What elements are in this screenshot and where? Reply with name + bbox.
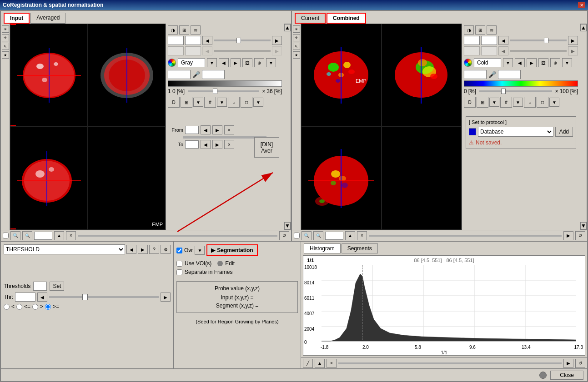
right-tool-3[interactable]: # bbox=[500, 97, 512, 108]
colormap-icon2[interactable]: 🖼 bbox=[242, 58, 252, 67]
right-tool-5[interactable]: □ bbox=[537, 97, 548, 108]
database-select[interactable]: Database bbox=[478, 127, 553, 137]
radio-le[interactable] bbox=[16, 304, 22, 310]
right-grid-icon[interactable]: ⊞ bbox=[475, 25, 485, 35]
left-num1-input[interactable]: 18 bbox=[168, 36, 184, 45]
right-checkbox[interactable] bbox=[294, 233, 300, 238]
brain-top-right[interactable] bbox=[88, 24, 166, 127]
contrast-icon[interactable]: ◑ bbox=[168, 25, 178, 35]
tab-current[interactable]: Current bbox=[295, 13, 326, 24]
from-input[interactable]: 1 bbox=[185, 126, 199, 134]
threshold-help[interactable]: ? bbox=[149, 245, 159, 254]
tool-2[interactable]: ⊞ bbox=[181, 97, 192, 108]
separate-frames-checkbox[interactable] bbox=[176, 269, 182, 275]
tool-5[interactable]: □ bbox=[241, 97, 252, 108]
crosshair-icon[interactable]: ✛ bbox=[2, 34, 9, 41]
tool-dropdown2[interactable]: ▼ bbox=[217, 98, 227, 107]
brain-top-left[interactable] bbox=[10, 24, 88, 127]
segmentation-button[interactable]: ▶ Segmentation bbox=[206, 244, 257, 256]
set-button[interactable]: Set bbox=[50, 282, 64, 291]
threshold-select[interactable]: THRESHOLD bbox=[4, 244, 125, 254]
right-colormap-dropdown[interactable]: ▼ bbox=[503, 58, 513, 67]
left-num2-input[interactable]: 1 bbox=[185, 36, 201, 45]
hist-tool1[interactable]: ╱ bbox=[303, 359, 313, 368]
left-zoom-in[interactable]: 🔍 bbox=[10, 231, 20, 240]
right-tool-dropdown3[interactable]: ▼ bbox=[549, 98, 559, 107]
threshold-next[interactable]: ▶ bbox=[138, 245, 148, 254]
right-left-arrow[interactable]: ◀ bbox=[498, 36, 508, 45]
thr-prev[interactable]: ◀ bbox=[37, 293, 47, 302]
from-prev[interactable]: ◀ bbox=[201, 125, 211, 134]
right-brightness-icon[interactable]: ☀ bbox=[293, 25, 300, 33]
colormap-icon3[interactable]: ⊕ bbox=[254, 58, 264, 67]
right-zoom-in[interactable]: 🔍 bbox=[302, 231, 312, 240]
right-max-input[interactable]: 1.0 bbox=[498, 70, 521, 79]
brightness-icon[interactable]: ☀ bbox=[2, 25, 9, 33]
right-zoom-input[interactable]: 1.0 bbox=[325, 232, 343, 240]
right-up[interactable]: ▲ bbox=[345, 231, 355, 240]
right-right-nav[interactable]: ▶ bbox=[563, 231, 573, 240]
left-zoom-out[interactable]: 🔍 bbox=[22, 231, 32, 240]
right-wave-icon[interactable]: ≋ bbox=[487, 25, 497, 35]
tool-dropdown3[interactable]: ▼ bbox=[253, 98, 263, 107]
colormap-dropdown[interactable]: ▼ bbox=[207, 58, 217, 67]
colormap-more[interactable]: ▼ bbox=[266, 58, 276, 67]
right-colormap-icon2[interactable]: 🖼 bbox=[538, 58, 548, 67]
hist-tool2[interactable]: ▲ bbox=[315, 359, 325, 368]
threshold-settings[interactable]: ⚙ bbox=[161, 245, 171, 254]
thr-next[interactable]: ▶ bbox=[161, 293, 171, 302]
radio-ge[interactable] bbox=[45, 304, 51, 310]
tab-segments[interactable]: Segments bbox=[342, 243, 378, 253]
right-num1-input[interactable]: 18 bbox=[464, 36, 480, 45]
brain-bot-left[interactable] bbox=[10, 127, 88, 230]
radio-lt[interactable] bbox=[4, 304, 10, 310]
tool-1[interactable]: D bbox=[168, 97, 180, 108]
right-tool-2[interactable]: ⊞ bbox=[477, 97, 488, 108]
tool-3[interactable]: # bbox=[204, 97, 216, 108]
left-refresh[interactable]: ↺ bbox=[279, 231, 289, 240]
right-tool-4[interactable]: ○ bbox=[524, 97, 536, 108]
tool-4[interactable]: ○ bbox=[228, 97, 240, 108]
right-scrollbar[interactable]: ▲ ▼ bbox=[580, 24, 587, 230]
close-window-button[interactable]: ✕ bbox=[578, 2, 585, 8]
tool-dropdown1[interactable]: ▼ bbox=[193, 98, 203, 107]
aver-button[interactable]: [DIN] Aver bbox=[254, 137, 279, 158]
right-colormap-more[interactable]: ▼ bbox=[562, 58, 572, 67]
tab-combined[interactable]: Combined bbox=[327, 13, 366, 24]
right-scroll-up[interactable]: ▲ bbox=[580, 24, 587, 31]
use-vois-checkbox[interactable] bbox=[176, 261, 182, 267]
right-star-icon[interactable]: ★ bbox=[293, 51, 300, 59]
tab-input[interactable]: Input bbox=[4, 13, 30, 24]
right-zoom-out[interactable]: 🔍 bbox=[313, 231, 323, 240]
hist-close-x[interactable]: × bbox=[327, 359, 337, 368]
right-contrast-icon[interactable]: ◑ bbox=[464, 25, 474, 35]
right-min-input[interactable]: 0.0 bbox=[464, 70, 487, 79]
colormap-prev[interactable]: ◀ bbox=[219, 58, 229, 67]
right-tool-dropdown1[interactable]: ▼ bbox=[489, 98, 499, 107]
colormap-next[interactable]: ▶ bbox=[231, 58, 241, 67]
grid-icon[interactable]: ⊞ bbox=[179, 25, 189, 35]
hist-right[interactable]: ▶ bbox=[563, 359, 573, 368]
radio-gt[interactable] bbox=[32, 304, 38, 310]
left-min-input[interactable]: 0.0 bbox=[168, 70, 191, 79]
scroll-up[interactable]: ▲ bbox=[284, 24, 291, 31]
scroll-down[interactable]: ▼ bbox=[284, 222, 291, 229]
left-close-x[interactable]: × bbox=[66, 231, 76, 240]
hist-refresh[interactable]: ↺ bbox=[575, 359, 585, 368]
left-zoom-input[interactable]: 1.0 bbox=[34, 232, 52, 240]
left-checkbox[interactable] bbox=[3, 233, 9, 238]
from-x[interactable]: × bbox=[224, 125, 234, 134]
right-colormap-icon3[interactable]: ⊕ bbox=[550, 58, 560, 67]
tab-averaged[interactable]: Averaged bbox=[30, 13, 65, 24]
right-crosshair-icon[interactable]: ✛ bbox=[293, 34, 300, 41]
right-arrow-btn[interactable]: ▶ bbox=[272, 36, 282, 45]
right-tool-1[interactable]: D bbox=[464, 97, 476, 108]
right-colormap-prev[interactable]: ◀ bbox=[515, 58, 525, 67]
right-colormap-next[interactable]: ▶ bbox=[527, 58, 537, 67]
right-cursor-icon[interactable]: ↖ bbox=[293, 43, 300, 50]
wave-icon[interactable]: ≋ bbox=[191, 25, 201, 35]
threshold-prev[interactable]: ◀ bbox=[126, 245, 136, 254]
right-tool-dropdown2[interactable]: ▼ bbox=[513, 98, 523, 107]
right-num2-input[interactable]: 1 bbox=[481, 36, 497, 45]
from-next[interactable]: ▶ bbox=[212, 125, 222, 134]
